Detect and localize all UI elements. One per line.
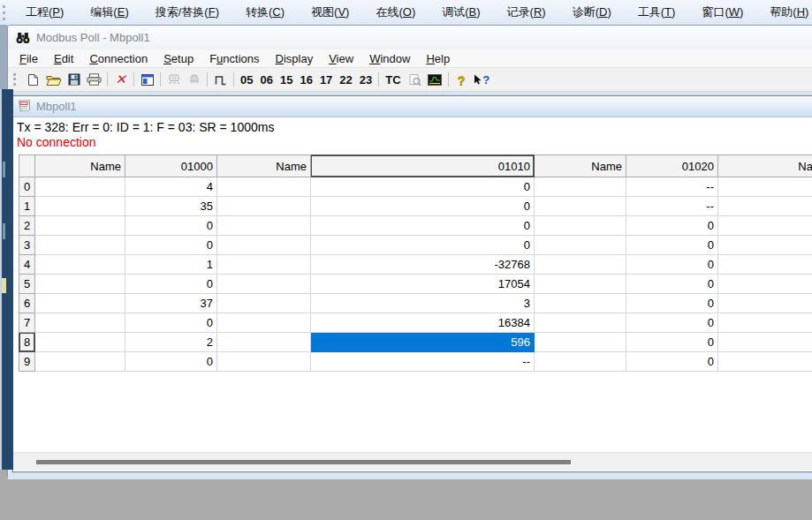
cell-r2-c5[interactable] (535, 216, 626, 236)
single-poll-button[interactable] (210, 70, 231, 89)
cell-r8-c1[interactable] (35, 333, 125, 352)
cell-r9-c5[interactable] (535, 352, 626, 372)
cell-r6-c4[interactable]: 3 (311, 294, 535, 313)
print-preview-button-disabled[interactable] (405, 70, 425, 89)
function-code-23-button[interactable]: 23 (356, 70, 376, 89)
cell-r1-c5[interactable] (535, 197, 626, 216)
host-menu-item-6[interactable]: 调试(B) (429, 4, 493, 20)
cell-r8-c4[interactable]: 596 (311, 333, 535, 352)
column-header-Name-7[interactable]: Name (718, 155, 812, 177)
horizontal-scrollbar-thumb[interactable] (36, 460, 571, 464)
cell-r8-c7[interactable] (718, 333, 812, 352)
cell-r2-c4[interactable]: 0 (311, 216, 535, 236)
cell-r4-c3[interactable] (217, 255, 311, 275)
cell-r1-c7[interactable] (718, 197, 812, 216)
cell-r4-c5[interactable] (535, 255, 626, 275)
cell-r1-c1[interactable] (35, 197, 125, 216)
row-header-9[interactable]: 9 (19, 352, 35, 372)
grid-corner-header[interactable] (19, 155, 35, 177)
row-header-1[interactable]: 1 (19, 197, 35, 216)
row-header-0[interactable]: 0 (19, 177, 35, 197)
row-header-4[interactable]: 4 (19, 255, 35, 275)
cell-r0-c6[interactable]: -- (626, 177, 718, 197)
cell-r6-c5[interactable] (535, 294, 626, 313)
cell-r2-c7[interactable] (718, 216, 812, 236)
toolbar-grip-icon[interactable] (3, 5, 5, 20)
document-title-bar[interactable]: Mbpoll1 (13, 96, 812, 117)
cell-r1-c3[interactable] (217, 197, 311, 216)
cell-r6-c1[interactable] (35, 294, 125, 313)
cell-r1-c6[interactable]: -- (626, 197, 718, 216)
cell-r7-c6[interactable]: 0 (626, 313, 718, 333)
host-menu-item-4[interactable]: 视图(V) (298, 4, 362, 20)
resume-poll-button-disabled[interactable] (184, 70, 204, 89)
column-header-01020-6[interactable]: 01020 (626, 155, 718, 177)
cell-r6-c2[interactable]: 37 (125, 294, 217, 313)
cell-r7-c3[interactable] (217, 313, 311, 333)
cell-r2-c6[interactable]: 0 (626, 216, 718, 236)
column-header-Name-3[interactable]: Name (217, 155, 311, 177)
open-file-button[interactable] (43, 70, 64, 89)
cell-r6-c6[interactable]: 0 (626, 294, 718, 313)
cell-r8-c5[interactable] (535, 333, 626, 352)
cell-r3-c7[interactable] (718, 236, 812, 255)
function-code-16-button[interactable]: 16 (296, 70, 315, 89)
cell-r4-c2[interactable]: 1 (125, 255, 217, 275)
function-code-22-button[interactable]: 22 (336, 70, 355, 89)
menu-item-3[interactable]: Setup (156, 52, 201, 65)
host-menu-item-8[interactable]: 诊断(D) (559, 4, 625, 20)
host-menu-item-2[interactable]: 搜索/替换(F) (142, 4, 232, 20)
dock-panel-strip[interactable] (0, 89, 13, 470)
cell-r7-c1[interactable] (35, 313, 125, 333)
cell-r5-c1[interactable] (35, 275, 125, 294)
row-header-5[interactable]: 5 (19, 275, 35, 294)
help-button[interactable]: ? (452, 70, 472, 89)
cell-r5-c6[interactable]: 0 (626, 275, 718, 294)
column-header-Name-5[interactable]: Name (535, 155, 626, 177)
cell-r4-c4[interactable]: -32768 (311, 255, 535, 275)
row-header-2[interactable]: 2 (19, 216, 35, 236)
function-code-17-button[interactable]: 17 (316, 70, 336, 89)
menu-item-4[interactable]: Functions (201, 52, 267, 65)
cell-r0-c2[interactable]: 4 (125, 177, 217, 197)
host-menu-item-10[interactable]: 窗口(W) (688, 4, 756, 20)
host-menu-item-11[interactable]: 帮助(H) (756, 4, 812, 20)
cell-r3-c6[interactable]: 0 (626, 236, 718, 255)
cell-r0-c3[interactable] (217, 177, 311, 197)
cell-r4-c1[interactable] (35, 255, 125, 275)
host-menu-item-1[interactable]: 编辑(E) (77, 4, 141, 20)
menu-item-5[interactable]: Display (268, 52, 322, 65)
read-write-definition-button[interactable] (137, 70, 157, 89)
host-menu-item-0[interactable]: 工程(P) (12, 4, 77, 20)
cell-r7-c2[interactable]: 0 (125, 313, 217, 333)
cell-r1-c2[interactable]: 35 (125, 197, 217, 216)
function-code-05-button[interactable]: 05 (237, 70, 256, 89)
cell-r9-c1[interactable] (35, 352, 125, 372)
cell-r5-c7[interactable] (718, 275, 812, 294)
cell-r3-c1[interactable] (35, 236, 125, 255)
cell-r3-c3[interactable] (217, 236, 311, 255)
cell-r6-c3[interactable] (217, 294, 311, 313)
cell-r8-c2[interactable]: 2 (125, 333, 217, 352)
row-header-7[interactable]: 7 (19, 313, 35, 333)
menu-item-7[interactable]: Window (361, 52, 418, 65)
cell-r0-c4[interactable]: 0 (311, 177, 535, 197)
cell-r3-c2[interactable]: 0 (125, 236, 217, 255)
cell-r2-c1[interactable] (35, 216, 125, 236)
cell-r9-c6[interactable]: 0 (626, 352, 718, 372)
new-file-button[interactable] (23, 70, 43, 89)
row-header-8[interactable]: 8 (19, 333, 35, 352)
context-help-button[interactable]: ? (472, 70, 492, 89)
column-header-01010-4[interactable]: 01010 (311, 155, 535, 177)
cell-r8-c3[interactable] (217, 333, 311, 352)
print-button[interactable] (84, 70, 104, 89)
function-code-15-button[interactable]: 15 (277, 70, 296, 89)
menu-item-1[interactable]: Edit (46, 52, 81, 65)
cell-r9-c7[interactable] (718, 352, 812, 372)
cell-r7-c7[interactable] (718, 313, 812, 333)
menu-item-6[interactable]: View (321, 52, 361, 65)
row-header-6[interactable]: 6 (19, 294, 35, 313)
menu-item-0[interactable]: File (11, 52, 46, 65)
cell-r3-c4[interactable]: 0 (311, 236, 535, 255)
host-menu-item-9[interactable]: 工具(T) (625, 4, 689, 20)
